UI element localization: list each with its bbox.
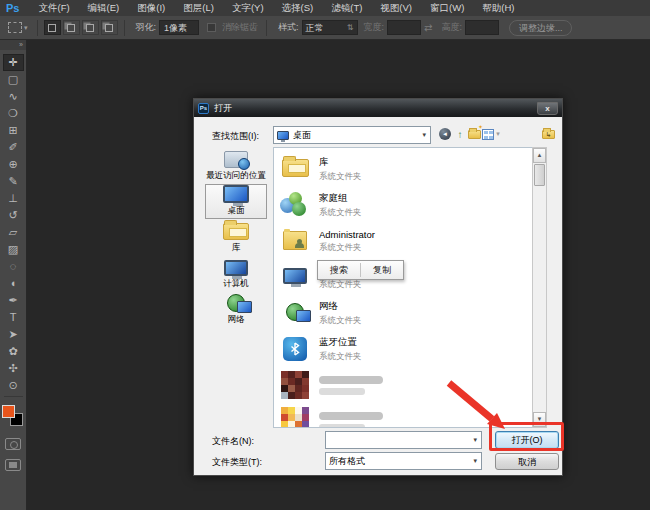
crop-tool[interactable]: ⊞ [3,122,24,139]
chevron-down-icon: ▾ [473,436,477,444]
file-name-combobox[interactable]: ▾ [325,431,482,449]
eyedropper-tool[interactable]: ✐ [3,139,24,156]
clone-stamp-tool[interactable]: ⊥ [3,190,24,207]
menu-item[interactable]: 选择(S) [273,2,323,15]
dodge-tool[interactable]: ◖ [3,275,24,292]
add-selection-mode-button[interactable] [63,20,80,35]
place-libraries[interactable]: 库 [205,220,267,255]
history-brush-tool[interactable]: ↺ [3,207,24,224]
blur-tool[interactable]: ◌ [3,258,24,275]
homegroup-icon [280,190,310,220]
menu-item[interactable]: 图层(L) [174,2,223,15]
file-row-administrator[interactable]: Administrator 系统文件夹 [280,223,532,259]
tool-options-bar: ▾ 羽化: 1像素 消除锯齿 样式: 正常 ⇅ 宽度: ⇄ 高度: 调整边缘..… [0,16,650,40]
width-input[interactable] [387,20,421,35]
file-list: 库 系统文件夹 家庭组 系统文件夹 Administrator [273,147,532,428]
move-tool[interactable]: ✛ [3,54,24,71]
file-row-bluetooth[interactable]: 蓝牙位置 系统文件夹 [280,331,532,367]
height-input[interactable] [465,20,499,35]
feather-input[interactable]: 1像素 [159,20,199,35]
quick-mask-button[interactable] [5,438,21,450]
folder-shortcut-button[interactable]: ↳ [541,127,555,141]
menu-item[interactable]: 图像(I) [128,2,174,15]
cancel-button[interactable]: 取消 [495,453,559,470]
healing-brush-tool[interactable]: ⊕ [3,156,24,173]
color-swatches [2,405,24,429]
quick-selection-tool[interactable]: ❍ [3,105,24,122]
intersect-selection-mode-button[interactable] [101,20,118,35]
recent-places-icon [224,151,248,168]
scrollbar[interactable]: ▲ ▼ [532,147,547,428]
gradient-tool[interactable]: ▨ [3,241,24,258]
swap-dimensions-icon[interactable]: ⇄ [424,22,432,33]
panel-collapse-icon[interactable]: » [0,40,26,50]
custom-shape-tool[interactable]: ✿ [3,343,24,360]
scrollbar-track[interactable] [533,187,546,412]
close-icon[interactable]: x [537,102,558,115]
chevron-down-icon[interactable]: ▾ [24,24,28,32]
intersect-selection-icon [105,24,113,32]
views-menu-button[interactable]: ▾ [482,127,504,141]
scroll-up-icon[interactable]: ▲ [533,148,546,163]
menu-item[interactable]: 文件(F) [29,2,78,15]
subtract-selection-icon [86,24,94,32]
back-icon: ◄ [439,128,451,140]
look-in-combobox[interactable]: 桌面 ▾ [273,126,431,144]
desktop-icon [277,131,289,140]
hand-tool[interactable]: ✣ [3,360,24,377]
menu-item[interactable]: 视图(V) [371,2,421,15]
tools-panel: » ✛▢∿❍⊞✐⊕✎⊥↺▱▨◌◖✒T➤✿✣⊙ [0,40,27,510]
subtract-selection-mode-button[interactable] [82,20,99,35]
brush-tool[interactable]: ✎ [3,173,24,190]
menu-item[interactable]: 滤镜(T) [322,2,371,15]
screen-mode-button[interactable] [5,459,21,471]
rectangular-marquee-tool[interactable]: ▢ [3,71,24,88]
libraries-icon [223,223,249,240]
annotation-highlight-rect [489,422,564,451]
file-row-redacted-1[interactable] [280,367,532,403]
file-row-homegroup[interactable]: 家庭组 系统文件夹 [280,187,532,223]
menu-item[interactable]: 窗口(W) [421,2,473,15]
eraser-tool[interactable]: ▱ [3,224,24,241]
photoshop-logo: Ps [0,2,29,14]
add-selection-icon [67,24,75,32]
lasso-tool[interactable]: ∿ [3,88,24,105]
height-label: 高度: [441,21,462,34]
dialog-title: 打开 [214,102,537,115]
file-row-libraries[interactable]: 库 系统文件夹 [280,151,532,187]
type-tool[interactable]: T [3,309,24,326]
new-selection-mode-button[interactable] [44,20,61,35]
menu-item[interactable]: 文字(Y) [223,2,273,15]
place-recent[interactable]: 最近访问的位置 [205,148,267,183]
antialias-label: 消除锯齿 [222,21,258,34]
open-dialog: Ps 打开 x 查找范围(I): 桌面 ▾ ◄ ↑ ✦ [193,98,563,476]
pen-tool[interactable]: ✒ [3,292,24,309]
place-desktop[interactable]: 桌面 [205,184,267,219]
antialias-checkbox[interactable] [207,23,216,32]
refine-edge-button[interactable]: 调整边缘... [509,20,573,36]
file-row-network[interactable]: 网络 系统文件夹 [280,295,532,331]
dialog-titlebar[interactable]: Ps 打开 x [194,99,562,117]
new-folder-icon [468,130,481,139]
arrow-icon: ↳ [546,131,552,139]
style-select[interactable]: 正常 ⇅ [302,20,358,35]
back-button[interactable]: ◄ [438,127,452,141]
path-selection-tool[interactable]: ➤ [3,326,24,343]
context-popup: 搜索 复制 [317,260,404,280]
separator [266,20,267,36]
copy-button[interactable]: 复制 [361,264,403,277]
search-button[interactable]: 搜索 [318,264,360,277]
scrollbar-thumb[interactable] [534,164,545,186]
foreground-color-swatch[interactable] [2,405,15,418]
menu-item[interactable]: 编辑(E) [79,2,129,15]
place-network[interactable]: 网络 [205,292,267,327]
width-label: 宽度: [364,21,385,34]
look-in-label: 查找范围(I): [212,130,259,143]
file-type-combobox[interactable]: 所有格式 ▾ [325,452,482,470]
menu-item[interactable]: 帮助(H) [473,2,523,15]
place-computer[interactable]: 计算机 [205,256,267,291]
current-tool-icon[interactable] [8,22,22,33]
zoom-tool[interactable]: ⊙ [3,377,24,394]
up-one-level-button[interactable]: ↑ [453,127,467,141]
new-folder-button[interactable]: ✦ [467,127,481,141]
